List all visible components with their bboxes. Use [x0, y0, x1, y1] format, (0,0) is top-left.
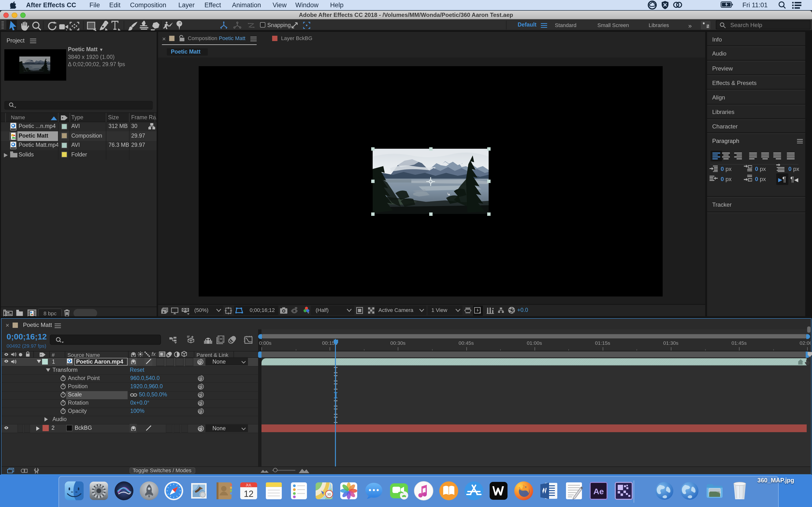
svg-text:JUL: JUL — [246, 483, 252, 487]
svg-text:3D: 3D — [327, 493, 331, 496]
svg-text:12: 12 — [244, 489, 254, 499]
svg-text:Ae: Ae — [594, 487, 604, 496]
